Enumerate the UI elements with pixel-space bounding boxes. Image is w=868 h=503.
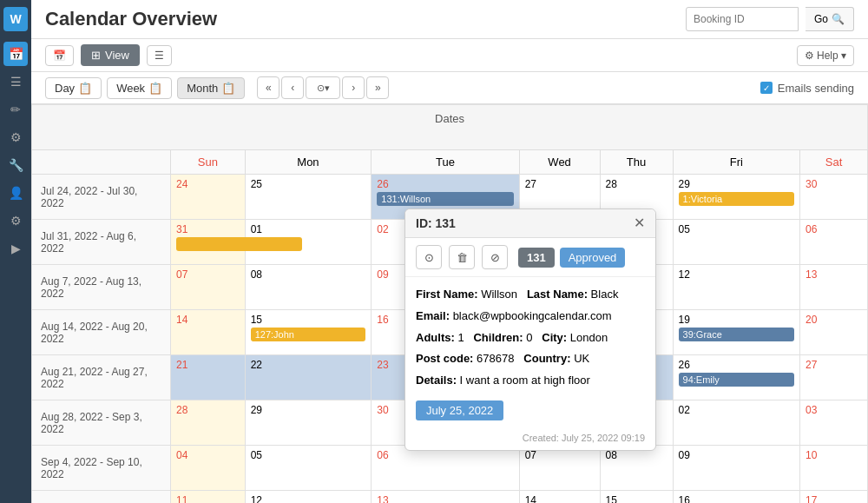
day-number: 28 [606, 178, 667, 190]
popup-cancel-btn[interactable]: ⊘ [482, 245, 508, 269]
next-btn[interactable]: › [342, 76, 365, 99]
day-cell-sat[interactable]: 17 [800, 491, 868, 504]
day-number: 29 [251, 404, 366, 416]
sidebar-icon-user[interactable]: 👤 [3, 181, 28, 205]
day-number: 31 [176, 223, 240, 235]
day-cell-sun[interactable]: 11 [171, 491, 246, 504]
popup-close-button[interactable]: ✕ [634, 216, 645, 230]
popup-delete-btn[interactable]: 🗑 [449, 245, 475, 269]
day-number: 29 [679, 178, 794, 190]
popup-status-badge: Approved [560, 248, 626, 268]
booking-bar[interactable] [176, 237, 302, 251]
day-cell-mon[interactable]: 22 [245, 355, 372, 400]
day-cell-sun[interactable]: 24 [171, 175, 246, 220]
sidebar-icon-settings2[interactable]: ⚙ [3, 208, 28, 233]
col-header-sat: Sat [800, 150, 868, 175]
day-number: 01 [251, 223, 366, 235]
week-label: Sep 11, 2022 - Sep 17, 2022 [32, 491, 171, 504]
day-number: 15 [251, 314, 366, 326]
day-number: 05 [679, 223, 794, 235]
popup-id-badge: 131 [518, 248, 555, 268]
search-icon: 🔍 [832, 13, 845, 25]
go-button[interactable]: Go 🔍 [806, 7, 854, 31]
emails-sending-checkbox[interactable]: ✓ [760, 82, 773, 94]
day-cell-thu[interactable]: 15 [600, 491, 673, 504]
sidebar-icon-wrench[interactable]: 🔧 [3, 153, 28, 177]
day-cell-mon[interactable]: 12 [245, 491, 372, 504]
prev-prev-btn[interactable]: « [257, 76, 279, 99]
day-cell-sat[interactable]: 06 [800, 220, 868, 265]
day-cell-fri[interactable]: 16 40:Jack [673, 491, 799, 504]
day-cell-sun[interactable]: 14 [171, 310, 246, 355]
col-header-fri: Fri [673, 150, 799, 175]
day-cell-fri[interactable]: 12 [673, 265, 799, 310]
help-button[interactable]: ⚙ Help ▾ [797, 45, 854, 66]
day-cell-mon[interactable]: 15 127:John [245, 310, 372, 355]
popup-view-btn[interactable]: ⊙ [416, 245, 442, 269]
emails-sending: ✓ Emails sending [760, 82, 854, 95]
week-label: Aug 7, 2022 - Aug 13, 2022 [32, 265, 171, 310]
day-cell-sat[interactable]: 13 [800, 265, 868, 310]
nav-arrows: « ‹ ⊙▾ › » [257, 76, 389, 99]
popup-title: ID: 131 [416, 216, 456, 230]
day-cell-fri[interactable]: 05 [673, 220, 799, 265]
booking-bar[interactable]: 94:Emily [679, 373, 794, 387]
sidebar-icon-edit[interactable]: ✏ [3, 97, 28, 122]
week-icon: 📋 [148, 82, 162, 95]
booking-bar[interactable]: 131:Willson [377, 192, 513, 206]
day-cell-mon[interactable]: 25 [245, 175, 372, 220]
today-btn[interactable]: ⊙▾ [306, 76, 340, 99]
day-cell-wed[interactable]: 07 [519, 446, 600, 491]
popup-date-badge[interactable]: July 25, 2022 [416, 400, 503, 420]
day-number: 13 [377, 494, 513, 503]
day-number: 11 [176, 494, 240, 503]
calendar-icon-btn[interactable]: 📅 [45, 45, 74, 66]
day-number: 12 [251, 494, 366, 503]
day-cell-sun[interactable]: 07 [171, 265, 246, 310]
sidebar-icon-play[interactable]: ▶ [3, 236, 28, 261]
day-cell-tue[interactable]: 06 [372, 446, 519, 491]
popup-adults-row: Adults: 1 Children: 0 City: London [416, 329, 645, 347]
day-cell-mon[interactable]: 29 [245, 400, 372, 446]
day-cell-mon[interactable]: 05 [245, 446, 372, 491]
day-cell-sun[interactable]: 21 [171, 355, 246, 400]
calendar-wrap: Dates Sun Mon Tue Wed Thu Fri Sat Jul 24… [31, 104, 868, 503]
day-cell-mon[interactable]: 08 [245, 265, 372, 310]
day-cell-sun[interactable]: 04 [171, 446, 246, 491]
day-cell-sun[interactable]: 28 [171, 400, 246, 446]
day-cell-fri[interactable]: 09 [673, 446, 799, 491]
col-header-mon: Mon [245, 150, 372, 175]
booking-bar[interactable]: 39:Grace [679, 328, 794, 341]
booking-bar[interactable]: 1:Victoria [679, 192, 794, 206]
month-view-btn[interactable]: Month 📋 [177, 77, 245, 99]
day-cell-sat[interactable]: 27 [800, 355, 868, 400]
week-label: Aug 21, 2022 - Aug 27, 2022 [32, 355, 171, 400]
day-cell-sat[interactable]: 20 [800, 310, 868, 355]
day-cell-wed[interactable]: 14 [519, 491, 600, 504]
day-cell-sat[interactable]: 03 [800, 400, 868, 446]
next-next-btn[interactable]: » [366, 76, 389, 99]
day-cell-fri[interactable]: 19 39:Grace [673, 310, 799, 355]
day-cell-fri[interactable]: 02 [673, 400, 799, 446]
week-view-btn[interactable]: Week 📋 [107, 77, 172, 99]
list-icon-btn[interactable]: ☰ [147, 45, 172, 66]
day-cell-thu[interactable]: 08 [600, 446, 673, 491]
booking-bar[interactable]: 127:John [251, 328, 366, 341]
day-cell-tue[interactable]: 13 [372, 491, 519, 504]
day-cell-fri[interactable]: 29 1:Victoria [673, 175, 799, 220]
prev-btn[interactable]: ‹ [281, 76, 304, 99]
day-number: 02 [679, 404, 794, 416]
day-cell-sun[interactable]: 31 [171, 220, 246, 265]
day-cell-fri[interactable]: 26 94:Emily [673, 355, 799, 400]
booking-id-input[interactable] [686, 7, 799, 31]
day-cell-sat[interactable]: 10 [800, 446, 868, 491]
sidebar-logo: W [3, 7, 28, 31]
col-header-sun: Sun [171, 150, 246, 175]
day-view-btn[interactable]: Day 📋 [45, 77, 102, 99]
day-cell-sat[interactable]: 30 [800, 175, 868, 220]
sidebar-icon-calendar[interactable]: 📅 [3, 42, 28, 66]
view-button[interactable]: ⊞ View [81, 44, 140, 66]
sidebar-icon-gear[interactable]: ⚙ [3, 125, 28, 149]
week-label: Jul 24, 2022 - Jul 30, 2022 [32, 175, 171, 220]
sidebar-icon-list[interactable]: ☰ [3, 69, 28, 94]
